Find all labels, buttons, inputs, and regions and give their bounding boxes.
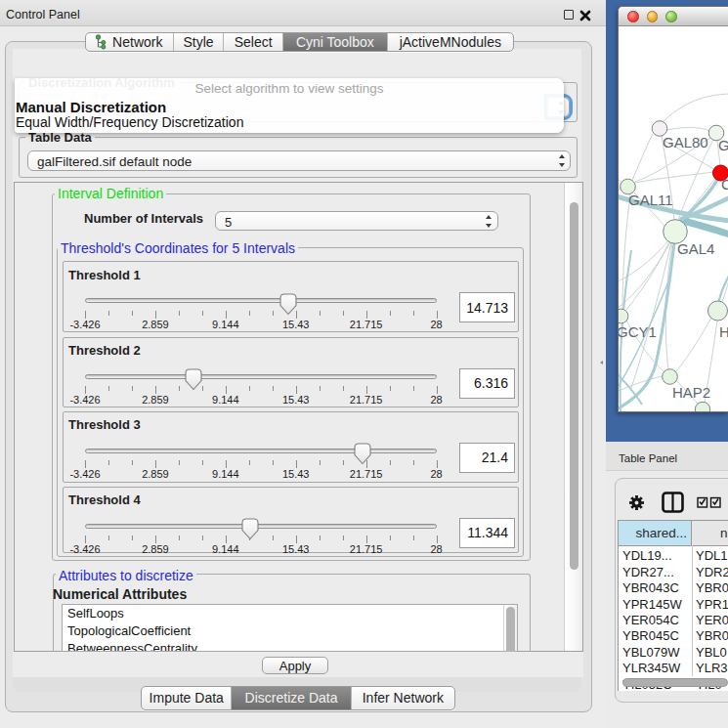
svg-text:GAL11: GAL11 — [628, 192, 673, 208]
svg-text:GAL4: GAL4 — [677, 240, 714, 257]
svg-text:C: C — [721, 176, 728, 193]
svg-text:H: H — [719, 323, 728, 340]
svg-text:GA: GA — [718, 137, 728, 153]
svg-text:GAL80: GAL80 — [663, 134, 708, 150]
svg-text:GCY1: GCY1 — [619, 323, 657, 340]
svg-text:HAP2: HAP2 — [672, 384, 710, 401]
